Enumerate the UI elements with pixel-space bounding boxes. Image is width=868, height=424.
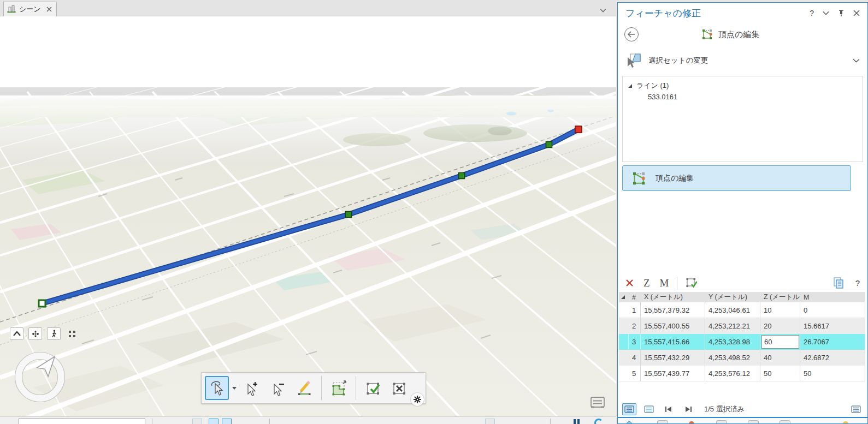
z-value-input[interactable] bbox=[761, 335, 799, 349]
tab-label: シーン bbox=[19, 4, 41, 14]
tab-scene[interactable]: シーン bbox=[3, 2, 57, 16]
vertex-row-5[interactable]: 5 15,557,439.77 4,253,576.12 50 50 bbox=[619, 366, 865, 381]
scale-combobox[interactable] bbox=[19, 419, 145, 424]
finish-sketch-small-button[interactable] bbox=[685, 277, 698, 290]
clipped-icon[interactable] bbox=[689, 421, 694, 424]
grid-view-button[interactable] bbox=[642, 403, 656, 415]
snapping-button[interactable] bbox=[485, 419, 495, 424]
edit-vertices-icon bbox=[629, 170, 648, 187]
scale-stretch-tool-button[interactable] bbox=[327, 376, 351, 400]
layout-grid-button[interactable] bbox=[192, 419, 202, 424]
next-vertex-button[interactable] bbox=[681, 403, 695, 415]
vertex-nav-bar: 1/5 選択済み bbox=[618, 402, 867, 417]
vertex-row-3-selected[interactable]: 3 15,557,415.66 4,253,328.98 26.7067 bbox=[619, 334, 865, 350]
vertex-handle-end[interactable] bbox=[575, 126, 582, 133]
pane-header: フィーチャの修正 ? bbox=[618, 3, 867, 23]
clipped-icon[interactable] bbox=[748, 420, 759, 424]
change-selection-icon bbox=[625, 53, 642, 68]
remove-from-selection-button[interactable] bbox=[266, 376, 290, 400]
table-help-button[interactable]: ? bbox=[855, 278, 860, 288]
col-y[interactable]: Y (メートル) bbox=[705, 292, 760, 302]
finish-sketch-button[interactable] bbox=[361, 376, 385, 400]
pane-pin-icon[interactable] bbox=[838, 9, 845, 17]
vertex-table-toolbar: Z M ? bbox=[618, 274, 867, 291]
clipped-edit-toolbar bbox=[618, 419, 867, 424]
map-status-bar bbox=[0, 416, 616, 424]
edit-vertices-pencil-button[interactable] bbox=[292, 376, 316, 400]
section-chevron-icon[interactable] bbox=[853, 58, 860, 63]
toggle-z-button[interactable]: Z bbox=[643, 278, 650, 288]
edit-vertices-tool-button[interactable]: 頂点の編集 bbox=[622, 165, 851, 191]
vertex-row-1[interactable]: 1 15,557,379.32 4,253,046.61 10 0 bbox=[619, 302, 865, 318]
heading-up-button[interactable] bbox=[10, 327, 23, 340]
vertex-handle-mid[interactable] bbox=[546, 142, 552, 148]
edit-vertices-icon bbox=[700, 28, 714, 41]
vertex-row-4[interactable]: 4 15,557,432.29 4,253,498.52 40 42.6872 bbox=[619, 350, 865, 366]
pane-help-button[interactable]: ? bbox=[810, 9, 814, 17]
select-tool-dropdown-caret[interactable] bbox=[231, 387, 238, 390]
clipped-icon[interactable] bbox=[627, 421, 632, 424]
refresh-icon[interactable] bbox=[594, 419, 603, 424]
drawer-dock-icon[interactable] bbox=[589, 395, 606, 413]
col-z[interactable]: Z (メートル) bbox=[760, 292, 800, 302]
pane-collapse-chevron-icon[interactable] bbox=[823, 11, 829, 15]
change-selection-section[interactable]: 選択セットの変更 bbox=[618, 51, 867, 70]
cancel-sketch-button[interactable] bbox=[387, 376, 411, 400]
edit-vertices-tool-label: 頂点の編集 bbox=[656, 174, 694, 183]
scene-viewport[interactable] bbox=[0, 16, 616, 416]
select-lasso-tool-button[interactable] bbox=[205, 376, 229, 400]
view-tab-bar: シーン bbox=[0, 0, 616, 16]
change-selection-label: 選択セットの変更 bbox=[648, 56, 708, 65]
tree-item-feature[interactable]: 533.0161 bbox=[623, 91, 863, 101]
compass-control[interactable] bbox=[13, 350, 67, 404]
pause-drawing-icon[interactable] bbox=[574, 419, 580, 424]
modify-features-pane: フィーチャの修正 ? bbox=[617, 2, 868, 424]
clipped-icon[interactable] bbox=[780, 420, 790, 424]
table-expand-icon[interactable] bbox=[621, 295, 625, 299]
tree-expand-icon[interactable] bbox=[628, 84, 632, 88]
scene-3d-map bbox=[0, 16, 616, 416]
list-view-button[interactable] bbox=[622, 403, 636, 415]
walk-tool-button[interactable] bbox=[47, 327, 61, 340]
pan-tool-button[interactable] bbox=[28, 327, 42, 340]
sketch-options-gear-icon[interactable] bbox=[411, 393, 424, 406]
toggle-m-button[interactable]: M bbox=[660, 278, 669, 288]
vertex-row-2[interactable]: 2 15,557,400.55 4,253,212.21 20 15.6617 bbox=[619, 318, 865, 334]
vertex-handle-start[interactable] bbox=[39, 300, 45, 307]
col-num[interactable]: # bbox=[629, 292, 641, 302]
toolbar-separator bbox=[356, 376, 356, 400]
col-x[interactable]: X (メートル) bbox=[641, 292, 705, 302]
previous-vertex-button[interactable] bbox=[662, 403, 676, 415]
toolbar-grip-dots[interactable] bbox=[69, 331, 75, 337]
clipped-icon[interactable] bbox=[843, 421, 848, 424]
back-button[interactable] bbox=[624, 27, 639, 41]
delete-vertex-button[interactable] bbox=[625, 279, 634, 287]
edit-feature-toolbar bbox=[201, 372, 426, 404]
vertex-table: # X (メートル) Y (メートル) Z (メートル) M 1 15,557,… bbox=[619, 292, 865, 381]
table-menu-button[interactable] bbox=[849, 403, 863, 415]
tab-close-icon[interactable] bbox=[46, 7, 52, 12]
vertex-handle-mid[interactable] bbox=[459, 173, 465, 179]
vertex-handle-mid[interactable] bbox=[346, 212, 352, 218]
view-mode-button[interactable] bbox=[209, 419, 219, 424]
copy-vertices-button[interactable] bbox=[832, 277, 845, 290]
tab-list-chevron-icon[interactable] bbox=[600, 5, 606, 15]
selection-status: 1/5 選択済み bbox=[704, 404, 745, 414]
add-to-selection-button[interactable] bbox=[240, 376, 264, 400]
tree-parent-label: ライン (1) bbox=[636, 81, 669, 91]
scene-3d-icon bbox=[7, 5, 16, 14]
clipped-icon[interactable] bbox=[657, 420, 668, 424]
col-m[interactable]: M bbox=[800, 292, 865, 302]
pane-close-icon[interactable] bbox=[853, 10, 860, 16]
clipped-icon[interactable] bbox=[716, 420, 727, 424]
pane-title: フィーチャの修正 bbox=[625, 7, 701, 20]
tree-item-line[interactable]: ライン (1) bbox=[623, 76, 863, 91]
sky bbox=[0, 16, 616, 98]
add-view-button[interactable] bbox=[222, 419, 232, 424]
tool-header-label: 頂点の編集 bbox=[718, 29, 759, 40]
vertex-table-header: # X (メートル) Y (メートル) Z (メートル) M bbox=[619, 292, 865, 302]
scene-nav-controls bbox=[10, 327, 75, 340]
tool-subheader: 頂点の編集 bbox=[618, 23, 867, 45]
arcgis-pro-window: シーン bbox=[0, 0, 868, 424]
toolbar-separator bbox=[321, 376, 322, 400]
